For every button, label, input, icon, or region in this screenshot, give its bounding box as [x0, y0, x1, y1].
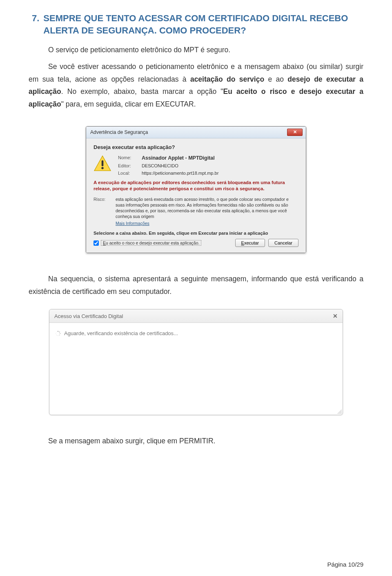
risk-row: Risco: esta aplicação será executada com…: [94, 196, 298, 220]
dialog-question: Deseja executar esta aplicação?: [94, 144, 298, 150]
close-icon: ✕: [293, 129, 297, 134]
p2-part-c: e ao: [264, 75, 287, 83]
nome-value: Assinador Applet - MPTDigital: [142, 155, 298, 161]
dialog-title: Advertência de Segurança: [90, 129, 148, 135]
resize-handle-icon[interactable]: [336, 408, 342, 414]
warning-icon: [94, 155, 111, 171]
paragraph-1: O serviço de peticionamento eletrônico d…: [29, 44, 363, 56]
accept-checkbox[interactable]: [94, 240, 99, 246]
svg-rect-1: [102, 160, 104, 166]
heading-number: 7.: [29, 12, 42, 36]
risk-label: Risco:: [94, 196, 113, 220]
paragraph-3: Na sequencia, o sistema apresentará a se…: [29, 273, 363, 298]
svg-point-8: [56, 335, 57, 335]
local-value: https://peticionamento.prt18.mpt.mp.br: [142, 171, 298, 176]
security-dialog: Advertência de Segurança ✕ Deseja execut…: [86, 126, 306, 254]
local-label: Local:: [118, 171, 139, 176]
p2-part-e: . No exemplo, abaixo, basta marcar a opç…: [61, 87, 223, 96]
cert-modal-figure: Acesso via Certificado Digital ✕ Aguarde…: [29, 309, 363, 415]
page-footer: Página 10/29: [327, 561, 363, 568]
security-dialog-figure: Advertência de Segurança ✕ Deseja execut…: [29, 126, 363, 254]
dialog-titlebar: Advertência de Segurança ✕: [86, 127, 306, 138]
cert-modal: Acesso via Certificado Digital ✕ Aguarde…: [49, 309, 343, 415]
cert-modal-message: Aguarde, verificando existência de certi…: [64, 330, 178, 336]
close-button[interactable]: ✕: [287, 129, 303, 136]
executar-button[interactable]: Executar: [235, 239, 265, 247]
heading-text: SEMPRE QUE TENTO ACESSAR COM CERTIFICADO…: [42, 12, 363, 36]
cert-modal-header: Acesso via Certificado Digital ✕: [49, 309, 343, 323]
svg-point-9: [56, 333, 56, 334]
svg-point-6: [59, 335, 60, 336]
svg-point-7: [58, 335, 58, 336]
editor-label: Editor:: [118, 163, 139, 168]
editor-value: DESCONHECIDO: [142, 163, 298, 168]
paragraph-2: Se você estiver acessando o peticionamen…: [29, 60, 363, 111]
dialog-body: Deseja executar esta aplicação? Nome: As…: [86, 138, 306, 253]
svg-point-4: [59, 331, 60, 332]
cert-modal-body: Aguarde, verificando existência de certi…: [49, 323, 343, 344]
dialog-info-grid: Nome: Assinador Applet - MPTDigital Edit…: [118, 155, 298, 176]
p2-part-b: aceitação do serviço: [190, 75, 264, 83]
accept-checkbox-label: Eu aceito o risco e desejo executar esta…: [101, 240, 201, 246]
section-heading: 7. SEMPRE QUE TENTO ACESSAR COM CERTIFIC…: [29, 12, 363, 36]
accept-checkbox-wrap[interactable]: Eu aceito o risco e desejo executar esta…: [94, 240, 201, 246]
dialog-bottom-row: Eu aceito o risco e desejo executar esta…: [94, 239, 298, 247]
nome-label: Nome:: [118, 155, 139, 161]
select-instruction: Selecione a caixa abaixo. Em seguida, cl…: [94, 231, 298, 236]
red-warning-text: A execução de aplicações por editores de…: [94, 180, 298, 192]
svg-point-5: [60, 333, 60, 334]
risk-text: esta aplicação será executada com acesso…: [116, 196, 298, 220]
p2-part-g: " para, em seguida, clicar em EXECUTAR.: [61, 100, 196, 108]
dialog-top-row: Nome: Assinador Applet - MPTDigital Edit…: [94, 155, 298, 176]
cert-close-icon[interactable]: ✕: [333, 313, 338, 319]
cancelar-button[interactable]: Cancelar: [268, 239, 298, 247]
cert-modal-title: Acesso via Certificado Digital: [54, 313, 123, 319]
dialog-buttons: Executar Cancelar: [235, 239, 298, 247]
more-info-link[interactable]: Mais Informações: [116, 221, 298, 226]
svg-point-10: [56, 332, 57, 332]
spinner-icon: [55, 331, 61, 336]
svg-point-2: [101, 167, 103, 169]
paragraph-4: Se a mensagem abaixo surgir, clique em P…: [29, 435, 363, 447]
svg-point-3: [58, 331, 58, 332]
